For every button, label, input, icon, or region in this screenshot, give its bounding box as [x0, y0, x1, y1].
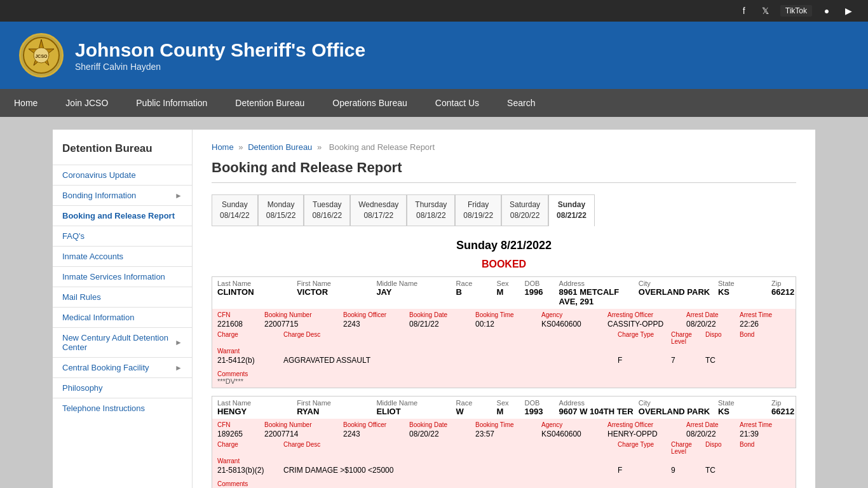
nav-operations-bureau[interactable]: Operations Bureau: [318, 89, 421, 117]
dispo: TC: [705, 356, 737, 365]
arresting-officer: HENRY-OPPD: [607, 430, 684, 438]
sidebar-item-central-booking[interactable]: Central Booking Facility ►: [53, 357, 192, 377]
day-tab-6[interactable]: Saturday08/20/22: [501, 194, 548, 226]
nav-detention-bureau[interactable]: Detention Bureau: [221, 89, 318, 117]
breadcrumb-sep1: »: [238, 142, 245, 152]
address: 9607 W 104TH TER: [559, 407, 636, 416]
sidebar-item-bonding[interactable]: Bonding Information ►: [53, 185, 192, 205]
site-header: JCSO Johnson County Sheriff's Office She…: [0, 22, 868, 89]
nav-join-jcso[interactable]: Join JCSO: [51, 89, 122, 117]
charge-level: 7: [671, 356, 703, 365]
arrest-time: 22:26: [740, 320, 790, 329]
sidebar-item-coronavirus[interactable]: Coronavirus Update: [53, 165, 192, 185]
main-content: Home » Detention Bureau » Booking and Re…: [193, 130, 815, 488]
cfn: 189265: [217, 430, 262, 438]
booking-officer: 2243: [343, 320, 407, 329]
sidebar-title: Detention Bureau: [53, 142, 192, 165]
sidebar-item-ncadc[interactable]: New Century Adult Detention Center ►: [53, 327, 192, 357]
page-heading: Booking and Release Report: [212, 159, 796, 183]
day-tab-1[interactable]: Monday08/15/22: [258, 194, 304, 226]
day-tab-0[interactable]: Sunday08/14/22: [212, 194, 258, 226]
comments: Comments***DV***: [217, 370, 790, 385]
middle-name: ELIOT: [376, 407, 453, 416]
booking-officer: 2243: [343, 430, 407, 438]
zip: 66212: [771, 287, 790, 306]
breadcrumb-current: Booking and Release Report: [329, 142, 435, 152]
sidebar-item-inmate-services[interactable]: Inmate Services Information: [53, 266, 192, 287]
main-nav: Home Join JCSO Public Information Detent…: [0, 89, 868, 117]
charge-desc: AGGRAVATED ASSAULT: [283, 356, 549, 365]
page-wrapper: Detention Bureau Coronavirus Update Bond…: [53, 130, 815, 488]
last-name: HENGY: [217, 407, 294, 416]
inmate-card: Last Name First Name Middle Name Race Se…: [212, 276, 796, 388]
agency: KS0460600: [541, 320, 605, 329]
bond: [740, 356, 790, 365]
agency: KS0460600: [541, 430, 605, 438]
dob: 1993: [525, 407, 557, 416]
nav-search[interactable]: Search: [493, 89, 549, 117]
arrow-icon: ►: [175, 191, 182, 200]
arrest-date: 08/20/22: [686, 320, 737, 329]
day-tab-2[interactable]: Tuesday08/16/22: [304, 194, 350, 226]
sidebar-item-telephone[interactable]: Telephone Instructions: [53, 398, 192, 418]
zip: 66212: [771, 407, 790, 416]
breadcrumb-home[interactable]: Home: [212, 142, 234, 152]
charge-type: F: [618, 466, 668, 475]
charge-desc: CRIM DAMAGE >$1000 <25000: [283, 466, 549, 475]
sidebar: Detention Bureau Coronavirus Update Bond…: [53, 130, 193, 488]
middle-name: JAY: [376, 287, 453, 306]
city: OVERLAND PARK: [639, 287, 715, 306]
twitter-icon[interactable]: 𝕏: [759, 4, 773, 18]
breadcrumb-sep2: »: [317, 142, 324, 152]
booking-number: 22007715: [264, 320, 341, 329]
sex: M: [497, 407, 522, 416]
youtube-icon[interactable]: ▶: [841, 4, 855, 18]
svg-text:JCSO: JCSO: [35, 54, 48, 58]
booking-date: 08/20/22: [409, 430, 473, 438]
sheriff-badge: JCSO: [19, 33, 64, 78]
nav-public-information[interactable]: Public Information: [122, 89, 221, 117]
day-tab-7[interactable]: Sunday08/21/22: [548, 194, 595, 226]
booking-time: 00:12: [475, 320, 539, 329]
booking-number: 22007714: [264, 430, 341, 438]
inmate-card: Last Name First Name Middle Name Race Se…: [212, 396, 796, 488]
day-tab-3[interactable]: Wednesday08/17/22: [350, 194, 407, 226]
sidebar-item-philosophy[interactable]: Philosophy: [53, 377, 192, 398]
nav-contact-us[interactable]: Contact Us: [421, 89, 493, 117]
day-tab-5[interactable]: Friday08/19/22: [455, 194, 501, 226]
first-name: VICTOR: [297, 287, 374, 306]
sidebar-item-faq[interactable]: FAQ's: [53, 226, 192, 246]
arresting-officer: CASSITY-OPPD: [607, 320, 684, 329]
sidebar-item-booking-report[interactable]: Booking and Release Report: [53, 205, 192, 226]
social-bar: f 𝕏 TikTok ● ▶: [0, 0, 868, 22]
city: OVERLAND PARK: [639, 407, 715, 416]
sidebar-item-medical[interactable]: Medical Information: [53, 307, 192, 327]
cfn: 221608: [217, 320, 262, 329]
first-name: RYAN: [297, 407, 374, 416]
state: KS: [718, 407, 769, 416]
comments: Comments***DV***: [217, 480, 790, 488]
tiktok-button[interactable]: TikTok: [780, 5, 812, 17]
bond: [740, 466, 790, 475]
sex: M: [497, 287, 522, 306]
breadcrumb: Home » Detention Bureau » Booking and Re…: [212, 142, 796, 152]
facebook-icon[interactable]: f: [737, 4, 751, 18]
instagram-icon[interactable]: ●: [820, 4, 834, 18]
booking-date: 08/21/22: [409, 320, 473, 329]
charge: 21-5813(b)(2): [217, 466, 281, 475]
booking-time: 23:57: [475, 430, 539, 438]
date-heading: Sunday 8/21/2022: [212, 239, 796, 252]
sidebar-item-inmate-accounts[interactable]: Inmate Accounts: [53, 246, 192, 266]
breadcrumb-section[interactable]: Detention Bureau: [248, 142, 312, 152]
sidebar-item-mail-rules[interactable]: Mail Rules: [53, 287, 192, 307]
state: KS: [718, 287, 769, 306]
address: 8961 METCALF AVE, 291: [559, 287, 636, 306]
race: B: [456, 287, 494, 306]
day-tab-4[interactable]: Thursday08/18/22: [407, 194, 455, 226]
nav-home[interactable]: Home: [0, 89, 51, 117]
arrow-icon-ncadc: ►: [175, 338, 182, 347]
dispo: TC: [705, 466, 737, 475]
site-title-block: Johnson County Sheriff's Office Sheriff …: [75, 39, 365, 72]
dob: 1996: [525, 287, 557, 306]
inmate-list: Last Name First Name Middle Name Race Se…: [212, 276, 796, 488]
